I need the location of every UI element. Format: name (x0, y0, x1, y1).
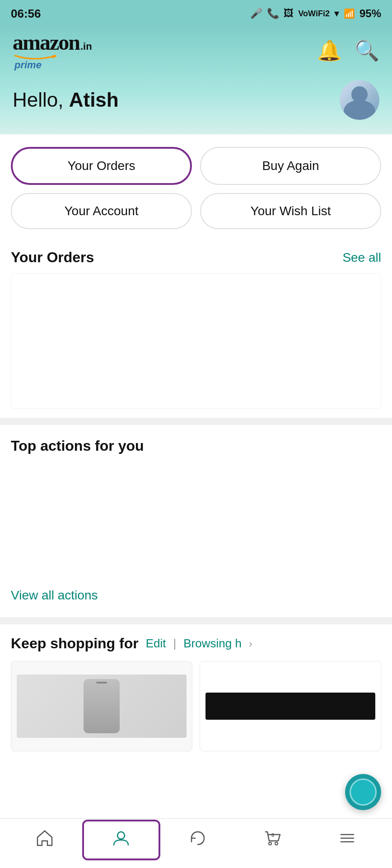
orders-section-title: Your Orders (11, 249, 94, 266)
alexa-inner-circle (350, 778, 377, 806)
view-all-actions-link[interactable]: View all actions (11, 581, 381, 606)
cart-badge: 0 (263, 828, 283, 851)
nav-cart[interactable]: 0 (235, 820, 310, 860)
svg-text:0: 0 (271, 832, 274, 838)
nav-home[interactable] (7, 820, 82, 860)
nav-returns[interactable] (160, 820, 235, 860)
svg-point-2 (269, 842, 271, 845)
section-thick-divider-1 (0, 418, 392, 425)
bottom-nav: 0 (0, 818, 392, 868)
your-account-button[interactable]: Your Account (11, 193, 192, 229)
amazon-wordmark: amazon (13, 30, 79, 55)
keep-shopping-section: Keep shopping for Edit | Browsing h › (0, 624, 392, 759)
greeting-name: Atish (69, 89, 119, 111)
product-image-1 (17, 675, 187, 738)
greeting-row: Hello, Atish (13, 80, 379, 120)
your-wish-list-button[interactable]: Your Wish List (200, 193, 381, 229)
notification-icon[interactable]: 🔔 (317, 39, 342, 62)
signal-area: VoWiFi2 (298, 9, 330, 19)
header-right-icons: 🔔 🔍 (317, 39, 379, 62)
top-actions-title: Top actions for you (11, 438, 381, 454)
keep-shopping-header: Keep shopping for Edit | Browsing h › (11, 635, 381, 652)
your-orders-button[interactable]: Your Orders (11, 147, 192, 185)
product-cards-grid (11, 661, 381, 751)
orders-content-area (11, 273, 381, 409)
greeting-text: Hello, Atish (13, 89, 119, 111)
status-icons: 🎤 📞 🖼 VoWiFi2 ▾ 📶 95% (250, 7, 381, 20)
nav-menu[interactable] (310, 820, 385, 860)
nav-account[interactable] (82, 820, 161, 860)
cart-icon: 0 (263, 830, 283, 852)
greeting-hello: Hello, (13, 89, 69, 111)
quick-actions: Your Orders Buy Again Your Account Your … (0, 134, 392, 238)
product-bar-2 (205, 693, 375, 720)
keep-shopping-pipe: | (173, 637, 176, 651)
section-thick-divider-2 (0, 617, 392, 624)
svg-point-3 (275, 842, 278, 845)
buy-again-button[interactable]: Buy Again (200, 147, 381, 185)
phone-icon: 📞 (267, 8, 279, 19)
orders-section-header: Your Orders See all (11, 249, 381, 266)
top-actions-section: Top actions for you View all actions (0, 425, 392, 617)
battery-level: 95% (359, 7, 381, 20)
search-icon[interactable]: 🔍 (355, 39, 379, 62)
header-area: amazon .in prime 🔔 🔍 Hello, Atish (0, 25, 392, 134)
status-bar: 06:56 🎤 📞 🖼 VoWiFi2 ▾ 📶 95% (0, 0, 392, 25)
dot-in: .in (80, 41, 92, 52)
returns-icon (188, 828, 208, 851)
keep-shopping-browsing-link[interactable]: Browsing h (183, 637, 242, 651)
bottom-spacer (0, 759, 392, 817)
top-actions-content (11, 463, 381, 581)
keep-shopping-edit-link[interactable]: Edit (146, 637, 166, 651)
phone-image (84, 679, 120, 733)
home-icon (35, 828, 55, 851)
menu-icon (337, 828, 357, 851)
mic-icon: 🎤 (250, 8, 262, 19)
your-orders-section: Your Orders See all (0, 238, 392, 418)
product-card-2[interactable] (200, 661, 381, 751)
browsing-more-indicator: › (249, 637, 252, 650)
product-card-1[interactable] (11, 661, 192, 751)
status-time: 06:56 (11, 7, 41, 21)
wifi-icon: ▾ (334, 8, 339, 19)
see-all-orders-link[interactable]: See all (342, 250, 381, 265)
logo-row: amazon .in prime 🔔 🔍 (13, 30, 379, 71)
prime-label: prime (14, 59, 92, 71)
keep-shopping-title: Keep shopping for (11, 635, 139, 652)
alexa-button[interactable] (345, 774, 381, 810)
image-icon: 🖼 (284, 8, 294, 19)
signal-icon: 📶 (344, 8, 355, 19)
account-icon (111, 828, 131, 851)
amazon-logo: amazon .in prime (13, 30, 92, 71)
avatar[interactable] (340, 80, 379, 120)
svg-point-1 (117, 832, 125, 839)
